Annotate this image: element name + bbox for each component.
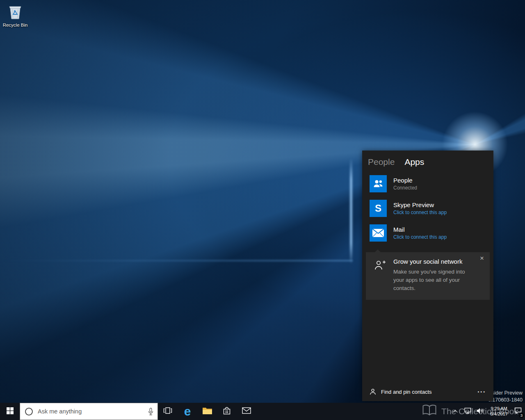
tab-people[interactable]: People — [368, 157, 395, 167]
recycle-bin-icon — [8, 14, 23, 21]
recycle-bin-label: Recycle Bin — [2, 23, 28, 27]
store-bag-icon — [223, 406, 231, 416]
more-options-button[interactable]: ••• — [477, 389, 486, 394]
skype-app-icon: S — [370, 200, 387, 217]
notification-title: Grow your social network — [393, 258, 474, 265]
edge-icon: e — [184, 405, 191, 418]
grow-network-card: Grow your social network Make sure you'v… — [366, 252, 490, 300]
clock[interactable]: 9:29 AM 6/4/2017 — [490, 406, 508, 417]
speaker-icon — [477, 408, 484, 415]
app-row-mail[interactable]: Mail Click to connect this app — [370, 224, 486, 242]
microphone-icon[interactable] — [148, 408, 153, 415]
start-button[interactable] — [0, 403, 20, 420]
network-icon — [464, 408, 471, 415]
app-name: Mail — [393, 226, 447, 233]
connect-app-link[interactable]: Click to connect this app — [393, 210, 447, 215]
app-row-people[interactable]: People Connected — [370, 175, 486, 192]
task-view-button[interactable] — [158, 403, 178, 420]
network-button[interactable] — [461, 403, 474, 420]
notification-count-badge: 3 — [519, 413, 524, 418]
show-hidden-icons-button[interactable] — [449, 403, 461, 420]
add-contact-icon — [366, 258, 393, 292]
app-name: Skype Preview — [393, 201, 447, 208]
cortana-icon[interactable] — [25, 408, 33, 415]
app-name: People — [393, 177, 417, 184]
store-button[interactable] — [217, 403, 237, 420]
chevron-up-icon — [453, 410, 458, 414]
connect-app-link[interactable]: Click to connect this app — [393, 234, 447, 240]
person-icon — [370, 388, 376, 395]
app-status-connected: Connected — [393, 185, 417, 191]
tray-time: 9:29 AM — [490, 406, 508, 412]
edge-button[interactable]: e — [178, 403, 197, 420]
notification-body: Make sure you've signed into your apps t… — [393, 268, 474, 292]
file-explorer-button[interactable] — [197, 403, 217, 420]
system-tray: 9:29 AM 6/4/2017 3 — [449, 403, 525, 420]
connected-apps-list: People Connected S Skype Preview Click t… — [370, 175, 486, 242]
mail-envelope-icon — [242, 407, 251, 415]
app-row-skype[interactable]: S Skype Preview Click to connect this ap… — [370, 200, 486, 217]
windows-logo-icon — [7, 407, 14, 416]
mail-button[interactable] — [237, 403, 256, 420]
footer-label: Find and pin contacts — [381, 389, 432, 395]
task-view-icon — [163, 407, 172, 415]
find-pin-contacts-button[interactable]: Find and pin contacts ••• — [362, 382, 493, 401]
people-flyout-panel: People Apps People Connected S — [362, 151, 493, 401]
tab-apps[interactable]: Apps — [404, 157, 424, 167]
recycle-bin-shortcut[interactable]: Recycle Bin — [2, 3, 28, 27]
notification-content: Grow your social network Make sure you'v… — [393, 258, 474, 292]
mail-app-icon — [370, 224, 387, 242]
action-center-button[interactable]: 3 — [512, 403, 524, 420]
taskbar: e — [0, 403, 525, 420]
flyout-tabs: People Apps — [368, 157, 424, 167]
volume-button[interactable] — [474, 403, 486, 420]
close-icon[interactable]: × — [480, 255, 484, 262]
taskbar-search[interactable] — [20, 403, 158, 420]
tray-date: 6/4/2017 — [490, 411, 508, 417]
search-input[interactable] — [37, 408, 144, 415]
folder-icon — [202, 406, 212, 416]
people-app-icon — [370, 175, 387, 192]
